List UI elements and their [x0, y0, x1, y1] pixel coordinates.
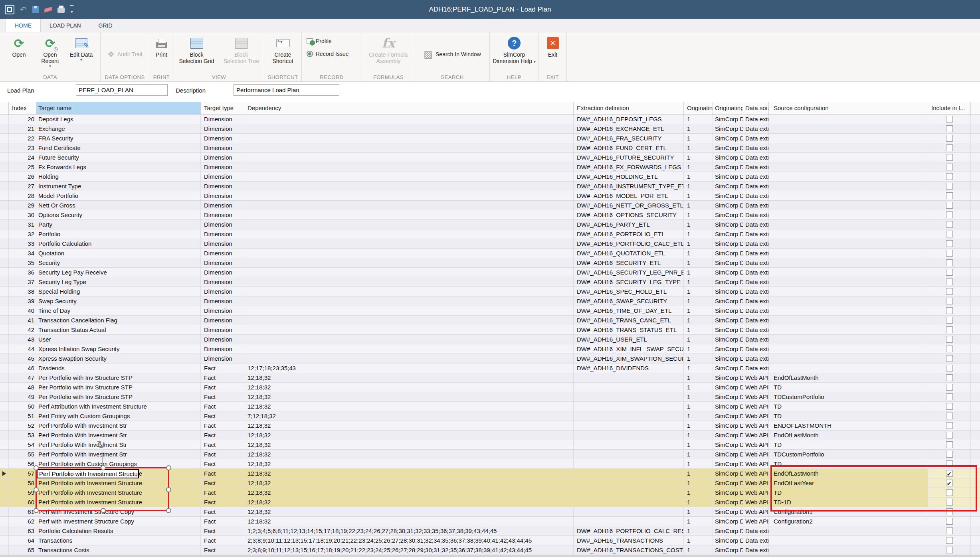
- table-row[interactable]: 50 Perf Attribution with Investment Stru…: [0, 402, 980, 411]
- cell-target-type[interactable]: Dimension: [201, 115, 244, 124]
- cell-target-type[interactable]: Dimension: [201, 143, 244, 152]
- cell-target-type[interactable]: Dimension: [201, 172, 244, 181]
- table-row[interactable]: 43 User Dimension DW#_ADH16_USER_ETL 1 S…: [0, 335, 980, 344]
- row-indicator-cell[interactable]: [0, 325, 9, 334]
- table-row[interactable]: 25 Fx Forwards Legs Dimension DW#_ADH16_…: [0, 162, 980, 172]
- cell-index[interactable]: 29: [9, 201, 36, 210]
- cell-target-name[interactable]: Perf Portfolio With Investment Str: [36, 440, 201, 449]
- cell-data-source[interactable]: Web API: [743, 507, 769, 516]
- cell-data-source[interactable]: Data extrac...: [743, 249, 769, 258]
- cell-data-source[interactable]: Data extrac...: [743, 239, 769, 248]
- cell-index[interactable]: 56: [9, 459, 36, 468]
- cell-data-source[interactable]: Data extrac...: [743, 115, 769, 124]
- cell-data-source[interactable]: Web API: [743, 402, 769, 411]
- table-row[interactable]: 64 Transactions Fact 2;3;8;9;10;11;12;13…: [0, 536, 980, 545]
- cell-target-type[interactable]: Dimension: [201, 354, 244, 363]
- cell-originating-1[interactable]: 1: [684, 172, 713, 181]
- cell-target-name[interactable]: Per Portfolio with Inv Structure STP: [36, 373, 201, 382]
- cell-extraction-definition[interactable]: DW#_ADH16_MODEL_POR_ETL: [574, 191, 684, 200]
- cell-source-configuration[interactable]: Configuration2: [769, 517, 928, 526]
- include-checkbox[interactable]: [946, 211, 953, 218]
- cell-index[interactable]: 28: [9, 191, 36, 200]
- table-row[interactable]: 38 Special Holding Dimension DW#_ADH16_S…: [0, 287, 980, 296]
- cell-target-name[interactable]: Transaction Status Actual: [36, 325, 201, 334]
- table-row[interactable]: 20 Deposit Legs Dimension DW#_ADH16_DEPO…: [0, 115, 980, 124]
- include-checkbox[interactable]: [946, 451, 953, 458]
- include-checkbox[interactable]: [946, 240, 953, 247]
- cell-source-configuration[interactable]: [769, 201, 928, 210]
- cell-target-name[interactable]: Deposit Legs: [36, 115, 201, 124]
- cell-originating-1[interactable]: 1: [684, 191, 713, 200]
- cell-originating-1[interactable]: 1: [684, 498, 713, 507]
- include-checkbox[interactable]: [946, 164, 953, 170]
- cell-extraction-definition[interactable]: DW#_ADH16_NETT_OR_GROSS_ETL: [574, 201, 684, 210]
- table-row[interactable]: 44 Xpress Inflation Swap Security Dimens…: [0, 344, 980, 354]
- cell-originating-2[interactable]: SimCorp Dim...: [713, 258, 743, 267]
- row-indicator-cell[interactable]: [0, 162, 9, 172]
- cell-dependency[interactable]: [244, 344, 574, 354]
- table-row[interactable]: 32 Portfolio Dimension DW#_ADH16_PORTFOL…: [0, 229, 980, 239]
- cell-originating-1[interactable]: 1: [684, 440, 713, 449]
- cell-originating-2[interactable]: SimCorp Dim...: [713, 421, 743, 430]
- include-checkbox[interactable]: [946, 413, 953, 419]
- cell-dependency[interactable]: [244, 124, 574, 133]
- cell-target-name[interactable]: Perf Entity with Custom Groupings: [36, 411, 201, 421]
- cell-dependency[interactable]: [244, 229, 574, 239]
- cell-data-source[interactable]: Web API: [743, 517, 769, 526]
- cell-originating-2[interactable]: SimCorp Dim...: [713, 363, 743, 373]
- cell-source-configuration[interactable]: [769, 220, 928, 229]
- cell-target-name[interactable]: Per Portfolio with Inv Structure STP: [36, 392, 201, 401]
- cell-originating-1[interactable]: 1: [684, 268, 713, 277]
- table-row[interactable]: 36 Security Leg Pay Receive Dimension DW…: [0, 268, 980, 277]
- include-checkbox[interactable]: [946, 441, 953, 448]
- cell-index[interactable]: 26: [9, 172, 36, 181]
- cell-dependency[interactable]: 2;3;8;9;10;11;12;13;15;17;18;19;20;21;22…: [244, 536, 574, 545]
- cell-dependency[interactable]: 12;18;32: [244, 507, 574, 516]
- cell-target-name[interactable]: Perf with Investment Structure Copy: [36, 517, 201, 526]
- row-indicator-cell[interactable]: [0, 411, 9, 421]
- include-checkbox[interactable]: [946, 259, 953, 266]
- cell-target-type[interactable]: Dimension: [201, 277, 244, 286]
- cell-target-type[interactable]: Dimension: [201, 325, 244, 334]
- cell-source-configuration[interactable]: [769, 182, 928, 191]
- cell-dependency[interactable]: [244, 354, 574, 363]
- row-indicator-cell[interactable]: [0, 191, 9, 200]
- cell-target-type[interactable]: Dimension: [201, 316, 244, 325]
- cell-extraction-definition[interactable]: DW#_ADH16_INSTRUMENT_TYPE_ETL: [574, 182, 684, 191]
- row-indicator-cell[interactable]: [0, 392, 9, 401]
- column-header-include-in-l[interactable]: Include in l...: [928, 102, 971, 114]
- resize-handle[interactable]: [166, 508, 171, 513]
- cell-index[interactable]: 51: [9, 411, 36, 421]
- cell-originating-2[interactable]: SimCorp Dim...: [713, 440, 743, 449]
- cell-extraction-definition[interactable]: DW#_ADH16_XIM_INFL_SWAP_SECUR...: [574, 344, 684, 354]
- cell-dependency[interactable]: [244, 191, 574, 200]
- cell-originating-1[interactable]: 1: [684, 153, 713, 162]
- cell-dependency[interactable]: [244, 134, 574, 143]
- cell-data-source[interactable]: Data extrac...: [743, 363, 769, 373]
- cell-index[interactable]: 41: [9, 316, 36, 325]
- cell-index[interactable]: 36: [9, 268, 36, 277]
- cell-target-type[interactable]: Dimension: [201, 162, 244, 172]
- cell-index[interactable]: 61: [9, 507, 36, 516]
- resize-handle[interactable]: [101, 508, 106, 513]
- table-row[interactable]: 22 FRA Security Dimension DW#_ADH16_FRA_…: [0, 134, 980, 143]
- cell-extraction-definition[interactable]: DW#_ADH16_QUOTATION_ETL: [574, 249, 684, 258]
- table-row[interactable]: 55 Perf Portfolio With Investment Str Fa…: [0, 450, 980, 459]
- include-checkbox[interactable]: [946, 346, 953, 352]
- cell-extraction-definition[interactable]: DW#_ADH16_SWAP_SECURITY: [574, 296, 684, 306]
- cell-target-name[interactable]: Fund Certificate: [36, 143, 201, 152]
- cell-index[interactable]: 64: [9, 536, 36, 545]
- cell-data-source[interactable]: Web API: [743, 373, 769, 382]
- cell-source-configuration[interactable]: [769, 162, 928, 172]
- profile-button[interactable]: Profile: [307, 38, 362, 44]
- load-plan-input[interactable]: PERF_LOAD_PLAN: [76, 84, 168, 96]
- cell-target-type[interactable]: Fact: [201, 450, 244, 459]
- include-checkbox[interactable]: [946, 374, 953, 381]
- cell-target-name[interactable]: Special Holding: [36, 287, 201, 296]
- cell-target-name[interactable]: Party: [36, 220, 201, 229]
- cell-originating-2[interactable]: SimCorp Dim...: [713, 201, 743, 210]
- cell-extraction-definition[interactable]: DW#_ADH16_TRANSACTIONS: [574, 536, 684, 545]
- column-header-index[interactable]: Index: [9, 102, 36, 114]
- cell-extraction-definition[interactable]: DW#_ADH16_TRANSACTIONS_COSTS: [574, 545, 684, 555]
- cell-originating-1[interactable]: 1: [684, 287, 713, 296]
